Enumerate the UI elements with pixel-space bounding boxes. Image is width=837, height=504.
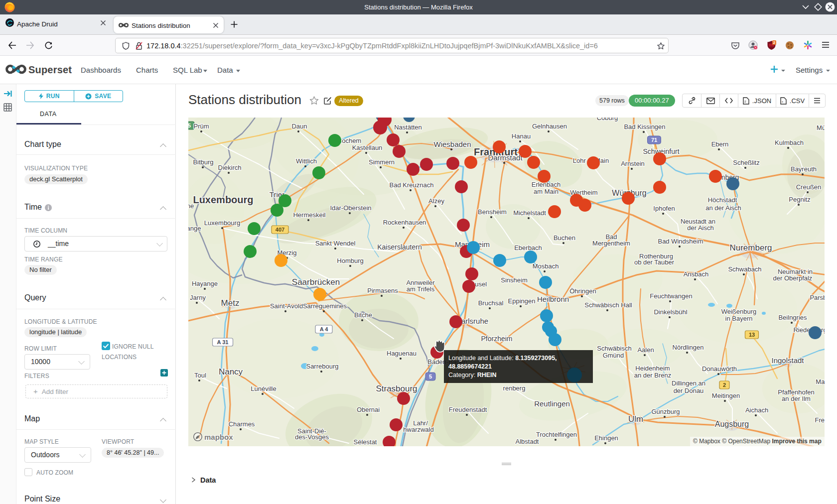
svg-text:Creußen: Creußen bbox=[796, 183, 822, 191]
svg-text:Donauwörth: Donauwörth bbox=[702, 365, 737, 373]
svg-text:Bensheim: Bensheim bbox=[478, 208, 507, 216]
svg-text:Gelnhausen: Gelnhausen bbox=[532, 123, 567, 130]
svg-text:Höchstadt: Höchstadt bbox=[708, 196, 737, 204]
svg-text:der Oberpfalz: der Oberpfalz bbox=[773, 274, 813, 282]
svg-text:Öhringen: Öhringen bbox=[569, 287, 596, 295]
svg-text:Wiesbaden: Wiesbaden bbox=[433, 140, 471, 148]
svg-text:Heilbronn: Heilbronn bbox=[537, 295, 569, 303]
svg-text:Ingolstadt: Ingolstadt bbox=[771, 356, 804, 365]
svg-text:ange: ange bbox=[188, 225, 201, 232]
svg-text:Reutlingen: Reutlingen bbox=[534, 399, 570, 408]
svg-text:Homburg: Homburg bbox=[337, 257, 363, 264]
svg-text:Prüm: Prüm bbox=[193, 123, 209, 130]
svg-text:Sélestat: Sélestat bbox=[354, 438, 377, 446]
svg-text:Bad Windsheim: Bad Windsheim bbox=[658, 238, 703, 245]
svg-text:Nördlingen: Nördlingen bbox=[673, 344, 704, 351]
svg-text:in Bayern: in Bayern bbox=[725, 315, 753, 322]
svg-text:Wittlich: Wittlich bbox=[296, 157, 317, 165]
svg-text:Idar-Oberstein: Idar-Oberstein bbox=[330, 204, 371, 212]
svg-text:Simmern: Simmern bbox=[369, 158, 395, 166]
svg-text:Pforzheim: Pforzheim bbox=[481, 335, 512, 343]
svg-text:Mair: Mair bbox=[816, 378, 825, 385]
svg-text:Bad Kreuznach: Bad Kreuznach bbox=[390, 181, 434, 189]
svg-text:Bayreuth: Bayreuth bbox=[791, 165, 817, 173]
svg-text:Münc: Münc bbox=[817, 124, 825, 131]
svg-text:des-Vosges: des-Vosges bbox=[295, 433, 329, 441]
svg-text:Nuremberg: Nuremberg bbox=[729, 243, 772, 252]
svg-text:5: 5 bbox=[188, 123, 191, 128]
svg-text:Sinsheim: Sinsheim bbox=[501, 276, 527, 284]
svg-text:Schwabach: Schwabach bbox=[728, 265, 761, 273]
svg-text:Nastätten: Nastätten bbox=[394, 124, 422, 131]
svg-text:A 4: A 4 bbox=[320, 326, 329, 332]
svg-text:13: 13 bbox=[749, 332, 755, 338]
svg-text:Freis: Freis bbox=[815, 416, 825, 424]
svg-text:2: 2 bbox=[723, 382, 726, 388]
svg-text:Bitche: Bitche bbox=[354, 311, 372, 319]
svg-text:Hanau: Hanau bbox=[512, 132, 531, 140]
svg-text:Hermeskeil: Hermeskeil bbox=[293, 211, 325, 219]
svg-text:Iphofen: Iphofen bbox=[653, 205, 675, 212]
svg-text:Pirmasens: Pirmasens bbox=[367, 287, 398, 294]
svg-text:5: 5 bbox=[429, 374, 432, 379]
svg-text:ne: ne bbox=[188, 202, 194, 210]
svg-text:an der Brenz: an der Brenz bbox=[634, 372, 671, 379]
svg-text:Sarreguemines: Sarreguemines bbox=[303, 302, 347, 310]
svg-text:Saarbrücken: Saarbrücken bbox=[292, 277, 340, 287]
svg-text:Dillingen an: Dillingen an bbox=[672, 379, 705, 387]
svg-text:Günzburg: Günzburg bbox=[651, 408, 680, 415]
svg-text:Daun: Daun bbox=[291, 123, 307, 130]
svg-text:Hayange: Hayange bbox=[192, 280, 218, 287]
svg-text:Parsbe: Parsbe bbox=[810, 294, 825, 301]
svg-text:hwarzwald: hwarzwald bbox=[403, 426, 433, 433]
svg-text:Saint-Avold: Saint-Avold bbox=[270, 302, 303, 310]
svg-text:A 31: A 31 bbox=[217, 339, 229, 345]
svg-text:Sarrebourg: Sarrebourg bbox=[306, 363, 338, 370]
svg-text:Mergentheim: Mergentheim bbox=[592, 240, 630, 247]
svg-text:Bruchsal: Bruchsal bbox=[478, 299, 504, 307]
svg-text:Charmes: Charmes bbox=[229, 420, 255, 428]
svg-text:der Aisch: der Aisch bbox=[687, 224, 713, 232]
svg-text:Obernai: Obernai bbox=[357, 406, 380, 413]
svg-text:Nancy: Nancy bbox=[219, 367, 243, 377]
svg-text:Heidenheim: Heidenheim bbox=[635, 365, 670, 372]
svg-text:Toul: Toul bbox=[194, 372, 206, 379]
svg-text:Feuchtwangen: Feuchtwangen bbox=[650, 292, 692, 300]
svg-text:Diekirch: Diekirch bbox=[218, 164, 242, 171]
svg-text:2: 2 bbox=[773, 40, 776, 45]
svg-text:Meitingen: Meitingen bbox=[712, 392, 740, 399]
svg-text:Luxembourg: Luxembourg bbox=[193, 194, 253, 205]
svg-text:Alzey: Alzey bbox=[428, 197, 444, 205]
svg-text:Ansbach: Ansbach bbox=[684, 270, 709, 278]
svg-text:Sankt Wendel: Sankt Wendel bbox=[315, 240, 356, 247]
svg-text:Dinkelsbühl: Dinkelsbühl bbox=[654, 308, 687, 316]
svg-text:Kastellaun: Kastellaun bbox=[352, 144, 383, 151]
svg-text:Lunéville: Lunéville bbox=[251, 385, 276, 392]
svg-text:Pegnitz: Pegnitz bbox=[789, 196, 810, 203]
svg-text:Ehingen: Ehingen bbox=[594, 434, 618, 442]
svg-text:an der Aisch: an der Aisch bbox=[705, 204, 741, 212]
svg-text:Eppingen: Eppingen bbox=[508, 297, 536, 305]
svg-text:x: x bbox=[782, 100, 783, 103]
svg-text:Kaiserslautern: Kaiserslautern bbox=[377, 243, 422, 251]
svg-text:Luxembourg: Luxembourg bbox=[204, 219, 240, 227]
svg-text:Aichach: Aichach bbox=[745, 406, 768, 414]
svg-text:Coburg: Coburg bbox=[597, 118, 618, 122]
svg-text:ob der Tauber: ob der Tauber bbox=[634, 258, 675, 266]
svg-text:mapbox: mapbox bbox=[204, 433, 233, 441]
svg-text:am Main: am Main bbox=[534, 188, 558, 195]
svg-text:Schwäbisch: Schwäbisch bbox=[597, 345, 631, 352]
svg-text:Ebern: Ebern bbox=[711, 140, 729, 148]
svg-text:Beilngries: Beilngries bbox=[778, 314, 807, 321]
svg-text:Ulm: Ulm bbox=[628, 414, 643, 424]
svg-text:Scheßlitz: Scheßlitz bbox=[733, 159, 759, 166]
svg-text:Aalen: Aalen bbox=[637, 346, 654, 354]
svg-text:an der Ilm: an der Ilm bbox=[782, 395, 811, 402]
svg-text:Trochtelfingen: Trochtelfingen bbox=[536, 431, 577, 438]
svg-text:am Trifels: am Trifels bbox=[407, 285, 435, 293]
svg-text:Augsburg: Augsburg bbox=[715, 420, 749, 428]
svg-text:Haguenau: Haguenau bbox=[387, 350, 417, 357]
svg-text:Gmünd: Gmünd bbox=[603, 352, 624, 359]
svg-text:Arnstein: Arnstein bbox=[621, 160, 645, 167]
svg-text:Albstadt: Albstadt bbox=[516, 438, 539, 445]
